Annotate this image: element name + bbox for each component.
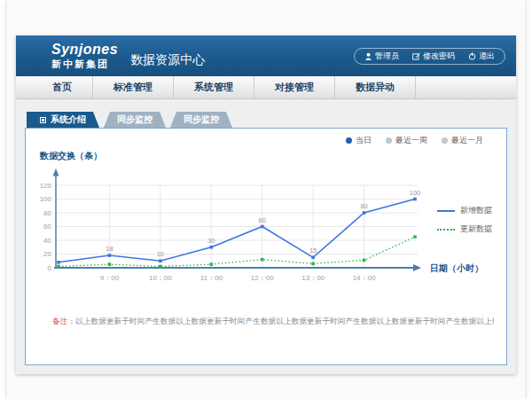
logout-icon xyxy=(468,52,476,60)
nav-item-data-change[interactable]: 数据异动 xyxy=(335,76,416,98)
svg-text:13：00: 13：00 xyxy=(301,274,325,282)
edit-icon xyxy=(412,52,420,60)
chart-legend: 新增数据 更新数据 xyxy=(437,205,492,242)
time-filter-group: 当日 最近一周 最近一月 xyxy=(346,135,483,146)
svg-text:18: 18 xyxy=(106,245,113,253)
solid-line-swatch xyxy=(437,210,455,212)
svg-text:80: 80 xyxy=(43,209,51,217)
svg-text:100: 100 xyxy=(410,189,421,197)
svg-text:60: 60 xyxy=(259,216,266,224)
svg-text:9：00: 9：00 xyxy=(100,274,120,282)
svg-text:40: 40 xyxy=(43,237,51,245)
tab-label: 系统介绍 xyxy=(51,112,86,128)
logout-label: 退出 xyxy=(479,51,495,62)
footnote: 备注：以上数据更新于时间产生数据以上数据更新于时间产生数据以上数据更新于时间产生… xyxy=(52,317,494,327)
nav-item-interface-mgmt[interactable]: 对接管理 xyxy=(254,76,335,98)
legend-label: 新增数据 xyxy=(460,205,492,216)
y-axis-title: 数据交换（条） xyxy=(40,150,102,162)
nav-item-standard-mgmt[interactable]: 标准管理 xyxy=(93,76,174,98)
svg-text:10：00: 10：00 xyxy=(149,274,172,282)
footnote-prefix: 备注： xyxy=(52,317,75,325)
time-filter-option-week[interactable]: 最近一周 xyxy=(386,135,427,146)
dotted-line-swatch xyxy=(437,229,455,231)
radio-icon xyxy=(346,137,352,144)
nav-item-system-mgmt[interactable]: 系统管理 xyxy=(174,76,254,98)
filter-label: 当日 xyxy=(356,135,372,146)
brand-logo: Synjones 新中新集团 xyxy=(51,42,118,69)
time-filter-option-today[interactable]: 当日 xyxy=(346,135,372,146)
nav-item-home[interactable]: 首页 xyxy=(32,76,93,98)
svg-text:12：00: 12：00 xyxy=(251,274,274,282)
tab-sync-monitor-2[interactable]: 同步监控 xyxy=(170,112,232,128)
tab-label: 同步监控 xyxy=(184,112,219,128)
svg-text:10: 10 xyxy=(157,250,164,258)
brand-wordmark: Synjones xyxy=(51,42,118,58)
user-icon xyxy=(364,52,372,60)
app-window: Synjones 新中新集团 数据资源中心 管理员 修改密码 退出 xyxy=(16,35,516,374)
user-toolbar: 管理员 修改密码 退出 xyxy=(354,48,505,65)
legend-item-updated-data[interactable]: 更新数据 xyxy=(437,223,492,235)
admin-user-button[interactable]: 管理员 xyxy=(364,51,399,62)
grid-icon xyxy=(40,117,46,123)
admin-user-label: 管理员 xyxy=(375,51,399,62)
chart-panel: 当日 最近一周 最近一月 数据交换（条） 0204060801001209：00… xyxy=(25,128,507,365)
radio-icon xyxy=(442,137,448,144)
legend-label: 更新数据 xyxy=(460,223,492,235)
main-nav: 首页 标准管理 系统管理 对接管理 数据异动 xyxy=(16,76,516,99)
app-title: 数据资源中心 xyxy=(130,52,205,68)
svg-text:14：00: 14：00 xyxy=(353,274,376,282)
svg-text:15: 15 xyxy=(309,246,317,254)
footnote-text: 以上数据更新于时间产生数据以上数据更新于时间产生数据以上数据更新于时间产生数据以… xyxy=(75,317,494,325)
legend-item-new-data[interactable]: 新增数据 xyxy=(437,205,492,216)
browser-viewport: Synjones 新中新集团 数据资源中心 管理员 修改密码 退出 xyxy=(7,0,525,399)
content-area: 系统介绍 同步监控 同步监控 当日 最近一周 xyxy=(16,99,516,374)
tab-bar: 系统介绍 同步监控 同步监控 xyxy=(27,112,237,128)
exchange-line-chart: 0204060801001209：0010：0011：0012：0013：001… xyxy=(35,164,505,297)
change-password-button[interactable]: 修改密码 xyxy=(412,51,455,62)
logout-button[interactable]: 退出 xyxy=(468,51,495,62)
svg-text:日期（小时）: 日期（小时） xyxy=(430,263,483,273)
tab-system-intro[interactable]: 系统介绍 xyxy=(27,112,99,128)
filter-label: 最近一周 xyxy=(395,135,427,146)
filter-label: 最近一月 xyxy=(451,135,483,146)
radio-icon xyxy=(386,137,392,144)
svg-text:30: 30 xyxy=(207,237,215,245)
svg-text:80: 80 xyxy=(360,202,367,210)
svg-text:11：00: 11：00 xyxy=(200,274,223,282)
svg-text:100: 100 xyxy=(40,195,52,203)
tab-sync-monitor-1[interactable]: 同步监控 xyxy=(104,112,166,128)
svg-text:120: 120 xyxy=(40,182,52,190)
svg-text:0: 0 xyxy=(48,264,52,272)
app-header: Synjones 新中新集团 数据资源中心 管理员 修改密码 退出 xyxy=(16,35,516,76)
svg-text:20: 20 xyxy=(43,250,51,258)
change-password-label: 修改密码 xyxy=(423,51,455,62)
svg-text:60: 60 xyxy=(43,223,51,231)
time-filter-option-month[interactable]: 最近一月 xyxy=(442,135,483,146)
brand-name-chinese: 新中新集团 xyxy=(51,59,118,70)
tab-label: 同步监控 xyxy=(117,112,153,128)
